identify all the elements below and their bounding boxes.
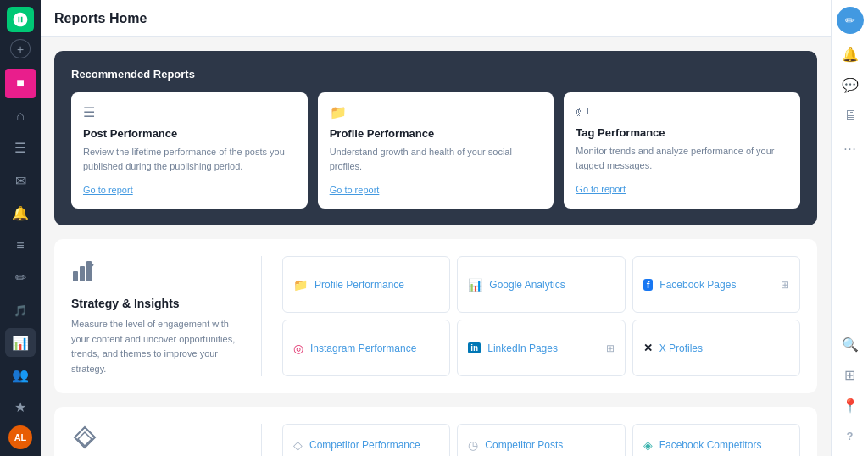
expand-icon: ⊞ [781, 279, 789, 291]
right-monitor[interactable]: 🖥 [837, 102, 864, 129]
link-label: Profile Performance [314, 279, 404, 291]
link-label: Competitor Posts [485, 439, 563, 451]
tag-performance-icon: 🏷 [576, 104, 788, 120]
link-label: Instagram Performance [310, 342, 416, 354]
sidebar-item-pink[interactable]: ■ [5, 69, 36, 97]
competitive-icon [71, 424, 241, 456]
post-performance-icon: ☰ [83, 104, 296, 120]
instagram-icon: ◎ [293, 342, 303, 355]
add-button[interactable]: + [10, 39, 31, 58]
chat-icon: 💬 [842, 77, 859, 93]
monitor-icon: 🖥 [843, 108, 857, 123]
link-label: Competitor Performance [309, 439, 420, 451]
right-search[interactable]: 🔍 [837, 331, 864, 358]
tag-performance-title: Tag Performance [576, 126, 788, 139]
link-profile-performance[interactable]: 📁 Profile Performance [282, 256, 450, 313]
strategy-info: Strategy & Insights Measure the level of… [71, 256, 241, 376]
post-performance-title: Post Performance [83, 127, 296, 140]
more-icon: … [843, 138, 857, 153]
right-help[interactable]: ? [837, 422, 864, 449]
grid-icon: ⊞ [844, 367, 855, 383]
report-card-tag: 🏷 Tag Performance Monitor trends and ana… [564, 92, 800, 209]
recommended-reports-section: Recommended Reports ☰ Post Performance R… [54, 51, 817, 225]
main-content: Reports Home Recommended Reports ☰ Post … [41, 0, 831, 456]
sidebar-item-mail[interactable]: ✉ [5, 166, 36, 195]
link-label: Facebook Competitors [659, 439, 762, 451]
sidebar-item-star[interactable]: ★ [5, 393, 36, 422]
facebook-icon: f [643, 279, 654, 291]
link-label: Google Analytics [489, 279, 565, 291]
sidebar-item-compose[interactable]: ✏ [5, 264, 36, 292]
sidebar-item-list[interactable]: ≡ [5, 231, 36, 260]
competitive-section: Competitive Analysis Track and compare y… [54, 407, 817, 456]
tag-performance-link[interactable]: Go to report [576, 184, 626, 194]
sidebar-item-people[interactable]: 👥 [5, 360, 36, 389]
competitive-links-grid: ◇ Competitor Performance ◷ Competitor Po… [282, 424, 800, 456]
strategy-icon [71, 256, 241, 288]
competitive-divider [261, 424, 262, 456]
right-sidebar: ✏ 🔔 💬 🖥 … 🔍 ⊞ 📍 ? [831, 0, 868, 456]
link-x-profiles[interactable]: ✕ X Profiles [632, 320, 800, 376]
sidebar-item-audio[interactable]: 🎵 [5, 296, 36, 325]
svg-rect-2 [86, 261, 92, 281]
report-card-post: ☰ Post Performance Review the lifetime p… [71, 92, 308, 209]
profile-performance-icon: 📁 [330, 104, 542, 120]
profile-performance-link[interactable]: Go to report [330, 185, 380, 195]
bell-icon: 🔔 [842, 47, 859, 63]
analytics-icon: 📊 [468, 278, 482, 292]
link-facebook-pages[interactable]: f Facebook Pages ⊞ [632, 256, 800, 313]
right-location[interactable]: 📍 [837, 392, 864, 419]
recommended-title: Recommended Reports [71, 68, 800, 81]
topbar: Reports Home [41, 0, 831, 37]
link-competitor-posts[interactable]: ◷ Competitor Posts [457, 424, 625, 456]
user-avatar[interactable]: AL [8, 425, 32, 449]
link-competitor-performance[interactable]: ◇ Competitor Performance [282, 424, 450, 456]
strategy-title: Strategy & Insights [71, 297, 241, 310]
right-grid[interactable]: ⊞ [837, 361, 864, 388]
diamond-icon-1: ◇ [293, 438, 303, 452]
report-card-profile: 📁 Profile Performance Understand growth … [318, 92, 554, 209]
sidebar-item-reports[interactable]: 📊 [5, 328, 36, 357]
strategy-links-grid: 📁 Profile Performance 📊 Google Analytics… [282, 256, 800, 376]
strategy-section: Strategy & Insights Measure the level of… [54, 239, 817, 393]
content-area: Recommended Reports ☰ Post Performance R… [41, 37, 831, 456]
folder-icon: 📁 [293, 278, 308, 292]
link-label: Facebook Pages [659, 279, 736, 291]
link-instagram-performance[interactable]: ◎ Instagram Performance [282, 320, 450, 376]
right-chat[interactable]: 💬 [837, 71, 864, 98]
right-more[interactable]: … [837, 132, 864, 159]
post-performance-link[interactable]: Go to report [83, 185, 133, 195]
report-cards-grid: ☰ Post Performance Review the lifetime p… [71, 92, 800, 209]
right-sidebar-bottom: 🔍 ⊞ 📍 ? [837, 331, 864, 449]
teal-diamond-icon: ◈ [643, 438, 653, 452]
svg-rect-1 [80, 266, 85, 281]
expand-icon-2: ⊞ [606, 342, 615, 354]
edit-button[interactable]: ✏ [837, 7, 864, 34]
link-google-analytics[interactable]: 📊 Google Analytics [457, 256, 625, 313]
edit-icon: ✏ [845, 14, 855, 27]
profile-performance-desc: Understand growth and health of your soc… [330, 145, 542, 173]
clock-icon-1: ◷ [468, 438, 478, 452]
linkedin-icon: in [468, 342, 481, 353]
search-icon: 🔍 [842, 336, 859, 353]
competitive-info: Competitive Analysis Track and compare y… [71, 424, 241, 456]
link-facebook-competitors[interactable]: ◈ Facebook Competitors [632, 424, 800, 456]
link-linkedin-pages[interactable]: in LinkedIn Pages ⊞ [457, 320, 625, 376]
page-title: Reports Home [54, 11, 147, 26]
link-label: LinkedIn Pages [487, 342, 558, 354]
strategy-divider [261, 256, 262, 376]
left-sidebar: + ■ ⌂ ☰ ✉ 🔔 ≡ ✏ 🎵 📊 👥 ★ AL [0, 0, 41, 456]
sidebar-item-notify[interactable]: 🔔 [5, 198, 36, 227]
app-logo[interactable] [7, 7, 34, 32]
help-icon: ? [847, 430, 854, 442]
link-label: X Profiles [659, 342, 703, 354]
svg-marker-3 [75, 427, 95, 448]
sidebar-item-feed[interactable]: ☰ [5, 134, 36, 163]
tag-performance-desc: Monitor trends and analyze performance o… [576, 144, 788, 172]
post-performance-desc: Review the lifetime performance of the p… [83, 145, 296, 173]
svg-rect-0 [73, 271, 78, 281]
sidebar-item-home[interactable]: ⌂ [5, 102, 36, 131]
location-icon: 📍 [842, 398, 859, 414]
strategy-desc: Measure the level of engagement with you… [71, 317, 241, 376]
right-bell[interactable]: 🔔 [837, 41, 864, 68]
